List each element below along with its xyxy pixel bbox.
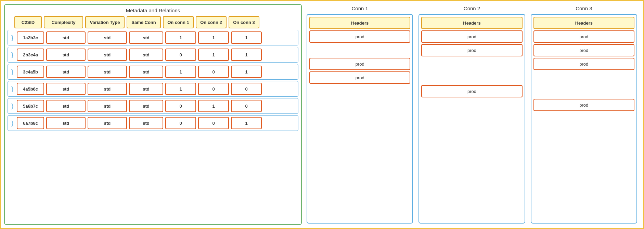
conn1-row-2: prod [309,58,410,70]
outer-wrapper: Metadata and Relations C2SID Complexity … [0,0,644,229]
cell-onconn1-5: 0 [165,117,196,129]
conn3-panel: Conn 3 Headers prod prod prod prod [528,4,640,225]
cell-id-0: 1a2b3c [17,31,44,44]
conn2-row-1: prod [421,44,522,56]
conn2-row-2 [421,58,522,70]
cell-id-2: 3c4a5b [17,66,44,78]
cell-onconn1-2: 1 [165,66,196,78]
cell-complexity-0: std [46,31,86,44]
cell-onconn1-1: 0 [165,49,196,61]
conn2-row-4: prod [421,85,522,97]
table-row: } 1a2b3c std std std 1 1 1 [8,30,298,45]
cell-complexity-4: std [46,100,86,112]
table-row: } 5a6b7c std std std 0 1 0 [8,98,298,114]
cell-id-1: 2b3c4a [17,49,44,61]
cell-vartype-0: std [88,31,127,44]
header-vartype: Variation Type [85,16,125,28]
cell-onconn2-3: 0 [198,83,229,95]
left-panel: Metadata and Relations C2SID Complexity … [4,4,302,225]
cell-samconn-1: std [129,49,163,61]
cell-onconn3-1: 1 [231,49,262,61]
conn1-inner: Headers prod prod prod [307,14,413,224]
cell-complexity-2: std [46,66,86,78]
bracket-icon: } [10,34,15,41]
cell-samconn-2: std [129,66,163,78]
conn2-title: Conn 2 [418,5,525,11]
conn2-row-5 [421,99,522,111]
meta-table: C2SID Complexity Variation Type Same Con… [8,16,298,221]
cell-vartype-1: std [88,49,127,61]
conn3-row-3 [533,71,634,84]
cell-complexity-5: std [46,117,86,129]
left-panel-title: Metadata and Relations [8,8,298,13]
cell-onconn3-3: 0 [231,83,262,95]
conn1-row-4 [309,85,410,97]
meta-header-row: C2SID Complexity Variation Type Same Con… [8,16,298,28]
bracket-icon: } [10,103,15,110]
cell-onconn1-0: 1 [165,31,196,44]
conn2-inner: Headers prod prod prod [418,14,525,224]
conn2-row-3 [421,71,522,84]
conn2-header: Headers [421,17,522,29]
header-samconn: Same Conn [127,16,161,28]
conn3-row-5: prod [533,99,634,111]
cell-onconn3-2: 1 [231,66,262,78]
conn3-row-2: prod [533,58,634,70]
conn3-row-4 [533,85,634,97]
bracket-icon: } [10,120,15,127]
conn1-row-1 [309,44,410,56]
table-row: } 6a7b8c std std std 0 0 1 [8,115,298,131]
conn2-row-0: prod [421,30,522,43]
cell-id-4: 5a6b7c [17,100,44,112]
cell-samconn-4: std [129,100,163,112]
conn1-row-5 [309,99,410,111]
cell-onconn1-4: 0 [165,100,196,112]
cell-id-3: 4a5b6c [17,83,44,95]
conn3-title: Conn 3 [531,5,637,11]
header-onconn3: On conn 3 [229,16,259,28]
conn3-row-1: prod [533,44,634,56]
cell-onconn2-4: 1 [198,100,229,112]
header-onconn2: On conn 2 [196,16,227,28]
cell-complexity-1: std [46,49,86,61]
conn1-header: Headers [309,17,410,29]
table-row: } 3c4a5b std std std 1 0 1 [8,64,298,80]
conn3-row-0: prod [533,30,634,43]
conn1-row-0: prod [309,30,410,43]
cell-samconn-3: std [129,83,163,95]
cell-onconn1-3: 1 [165,83,196,95]
table-row: } 4a5b6c std std std 1 0 0 [8,81,298,97]
conn1-panel: Conn 1 Headers prod prod prod [304,4,416,225]
cell-complexity-3: std [46,83,86,95]
header-onconn1: On conn 1 [163,16,194,28]
cell-vartype-4: std [88,100,127,112]
table-row: } 2b3c4a std std std 0 1 1 [8,47,298,63]
conn1-row-3: prod [309,71,410,84]
cell-onconn3-0: 1 [231,31,262,44]
cell-vartype-2: std [88,66,127,78]
cell-onconn2-5: 0 [198,117,229,129]
cell-onconn2-0: 1 [198,31,229,44]
conn3-header: Headers [533,17,634,29]
cell-vartype-3: std [88,83,127,95]
bracket-icon: } [10,85,15,93]
right-area: Conn 1 Headers prod prod prod Conn 2 Hea… [302,4,640,225]
bracket-icon: } [10,68,15,76]
cell-id-5: 6a7b8c [17,117,44,129]
header-c2sid: C2SID [14,16,42,28]
cell-onconn3-5: 1 [231,117,262,129]
conn3-inner: Headers prod prod prod prod [531,14,637,224]
cell-samconn-5: std [129,117,163,129]
conn1-title: Conn 1 [307,5,413,11]
bracket-icon: } [10,51,15,58]
cell-onconn2-1: 1 [198,49,229,61]
header-complexity: Complexity [44,16,83,28]
cell-onconn2-2: 0 [198,66,229,78]
cell-samconn-0: std [129,31,163,44]
cell-onconn3-4: 0 [231,100,262,112]
cell-vartype-5: std [88,117,127,129]
conn2-panel: Conn 2 Headers prod prod prod [416,4,528,225]
